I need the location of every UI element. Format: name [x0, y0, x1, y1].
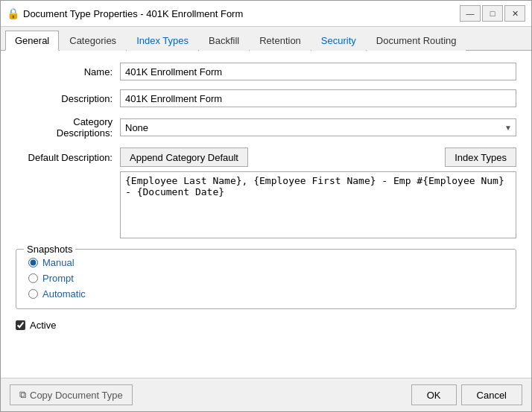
tab-general[interactable]: General	[5, 31, 59, 51]
description-label: Description:	[16, 93, 120, 104]
category-descriptions-select[interactable]: None	[120, 118, 516, 136]
name-input[interactable]	[120, 63, 516, 80]
textarea-spacer	[16, 171, 120, 238]
footer: ⧉ Copy Document Type OK Cancel	[1, 378, 531, 411]
category-descriptions-row: Category Descriptions: None ▼	[16, 116, 516, 139]
tab-categories[interactable]: Categories	[60, 31, 126, 51]
name-row: Name:	[16, 63, 516, 80]
tab-document-routing[interactable]: Document Routing	[367, 31, 466, 51]
close-button[interactable]: ✕	[504, 5, 525, 22]
active-label[interactable]: Active	[30, 320, 56, 331]
radio-prompt[interactable]	[28, 273, 38, 283]
window-controls: — □ ✕	[460, 5, 525, 22]
ok-button[interactable]: OK	[411, 384, 457, 405]
radio-prompt-row: Prompt	[28, 273, 504, 284]
window-icon: 🔒	[7, 7, 19, 19]
radio-automatic-row: Automatic	[28, 288, 504, 300]
copy-icon: ⧉	[19, 389, 26, 401]
default-desc-textarea-row: {Employee Last Name}, {Employee First Na…	[16, 171, 516, 238]
default-description-textarea[interactable]: {Employee Last Name}, {Employee First Na…	[120, 171, 516, 238]
radio-automatic[interactable]	[28, 289, 38, 299]
category-select-wrap: None ▼	[120, 118, 516, 136]
snapshots-group: Snapshots Manual Prompt Automatic	[16, 249, 516, 309]
tab-security[interactable]: Security	[311, 31, 366, 51]
description-input[interactable]	[120, 89, 516, 107]
tab-retention[interactable]: Retention	[250, 31, 311, 51]
footer-right: OK Cancel	[411, 384, 522, 405]
index-types-button[interactable]: Index Types	[445, 148, 516, 167]
active-checkbox[interactable]	[16, 320, 25, 330]
copy-document-type-button[interactable]: ⧉ Copy Document Type	[10, 384, 133, 405]
description-row: Description:	[16, 89, 516, 107]
append-category-default-button[interactable]: Append Category Default	[120, 148, 248, 167]
main-content: Name: Description: Category Descriptions…	[1, 51, 531, 378]
minimize-button[interactable]: —	[460, 5, 481, 22]
radio-manual[interactable]	[28, 258, 38, 267]
default-description-label: Default Description:	[16, 152, 120, 163]
default-desc-buttons: Append Category Default Index Types	[120, 148, 516, 167]
snapshots-legend: Snapshots	[24, 244, 75, 255]
radio-prompt-label[interactable]: Prompt	[42, 273, 74, 284]
cancel-button[interactable]: Cancel	[461, 384, 522, 405]
name-label: Name:	[16, 66, 120, 77]
category-descriptions-label: Category Descriptions:	[16, 116, 120, 139]
tab-index-types[interactable]: Index Types	[127, 31, 198, 51]
window-title: Document Type Properties - 401K Enrollme…	[23, 8, 455, 19]
radio-manual-label[interactable]: Manual	[42, 257, 75, 268]
radio-automatic-label[interactable]: Automatic	[42, 288, 86, 300]
tab-bar: General Categories Index Types Backfill …	[1, 27, 531, 51]
active-row: Active	[16, 320, 516, 331]
default-description-row: Default Description: Append Category Def…	[16, 148, 516, 167]
maximize-button[interactable]: □	[482, 5, 503, 22]
radio-manual-row: Manual	[28, 257, 504, 268]
main-window: 🔒 Document Type Properties - 401K Enroll…	[0, 0, 532, 412]
tab-backfill[interactable]: Backfill	[199, 31, 249, 51]
title-bar: 🔒 Document Type Properties - 401K Enroll…	[1, 1, 531, 27]
footer-left: ⧉ Copy Document Type	[10, 384, 133, 405]
copy-button-label: Copy Document Type	[30, 390, 123, 401]
